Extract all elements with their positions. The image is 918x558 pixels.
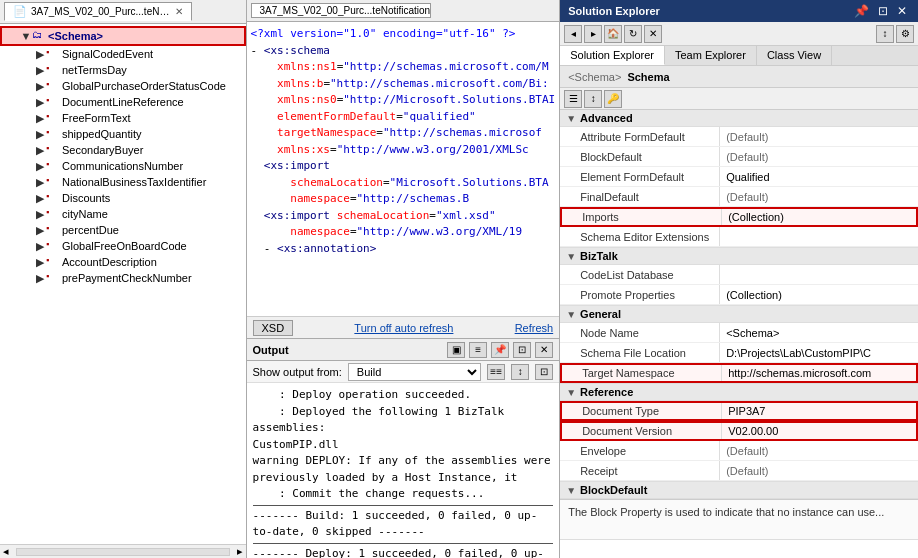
se-sync-btn[interactable]: ↕ [876, 25, 894, 43]
tree-item-nationalbizid[interactable]: ▶ ▪ NationalBusinessTaxIdentifier [0, 174, 246, 190]
output-btn1[interactable]: ▣ [447, 342, 465, 358]
output-format-btn3[interactable]: ⊡ [535, 364, 553, 380]
props-val-receipt: (Default) [720, 461, 918, 480]
section-reference-header[interactable]: ▼ Reference [560, 384, 918, 401]
hscroll-track[interactable] [16, 548, 230, 556]
tree-item-secondarybuyer[interactable]: ▶ ▪ SecondaryBuyer [0, 142, 246, 158]
se-float-btn[interactable]: ⊡ [875, 4, 891, 18]
output-controls: ▣ ≡ 📌 ⊡ ✕ [447, 342, 553, 358]
right-panel: Solution Explorer 📌 ⊡ ✕ ◂ ▸ 🏠 ↻ ✕ ↕ ⚙ So… [560, 0, 918, 558]
output-line-9: : Commit the change requests... [253, 486, 554, 503]
file-tab-close[interactable]: ✕ [175, 6, 183, 17]
file-tab[interactable]: 📄 3A7_MS_V02_00_Purc...teNotification.xs… [4, 2, 192, 21]
section-blockdefault-header[interactable]: ▼ BlockDefault [560, 482, 918, 499]
props-categorize-btn[interactable]: ☰ [564, 90, 582, 108]
props-row-doctype: Document Type PIP3A7 [560, 401, 918, 421]
props-key-nodename: Node Name [560, 323, 720, 342]
xml-editor[interactable]: <?xml version="1.0" encoding="utf-16" ?>… [247, 22, 560, 316]
section-biztalk-header[interactable]: ▼ BizTalk [560, 248, 918, 265]
output-from-select[interactable]: Build [348, 363, 481, 381]
tree-item-discounts[interactable]: ▶ ▪ Discounts [0, 190, 246, 206]
tree-item-schema[interactable]: ▼ 🗂 <Schema> [0, 26, 246, 46]
auto-refresh-link[interactable]: Turn off auto refresh [354, 322, 453, 334]
element-icon3: ▪ [46, 79, 60, 93]
se-home-btn[interactable]: 🏠 [604, 25, 622, 43]
se-stop-btn[interactable]: ✕ [644, 25, 662, 43]
se-tab-solution-explorer[interactable]: Solution Explorer [560, 46, 665, 65]
tree-label-freeformtext: FreeFormText [62, 112, 130, 124]
output-float[interactable]: ⊡ [513, 342, 531, 358]
se-forward-btn[interactable]: ▸ [584, 25, 602, 43]
tree-label-signalcodedevent: SignalCodedEvent [62, 48, 153, 60]
section-blockdefault: ▼ BlockDefault The Block Property is use… [560, 482, 918, 540]
element-icon10: ▪ [46, 191, 60, 205]
se-back-btn[interactable]: ◂ [564, 25, 582, 43]
tree-item-globalstatus[interactable]: ▶ ▪ GlobalPurchaseOrderStatusCode [0, 78, 246, 94]
xml-line-3: xmlns:ns1="http://schemas.microsoft.com/… [251, 59, 556, 76]
tree-item-doclineref[interactable]: ▶ ▪ DocumentLineReference [0, 94, 246, 110]
tree-label-schema: <Schema> [48, 30, 103, 42]
se-tab-team-explorer[interactable]: Team Explorer [665, 46, 757, 65]
tree-label-prepaycheck: prePaymentCheckNumber [62, 272, 192, 284]
se-refresh-btn[interactable]: ↻ [624, 25, 642, 43]
tree-item-shippedqty[interactable]: ▶ ▪ shippedQuantity [0, 126, 246, 142]
se-title-label: Solution Explorer [568, 5, 660, 17]
section-biztalk: ▼ BizTalk CodeList Database Promote Prop… [560, 248, 918, 306]
output-btn2[interactable]: ≡ [469, 342, 487, 358]
tree-item-nettermsday[interactable]: ▶ ▪ netTermsDay [0, 62, 246, 78]
section-advanced-label: Advanced [580, 112, 633, 124]
output-close[interactable]: ✕ [535, 342, 553, 358]
props-row-docversion: Document Version V02.00.00 [560, 421, 918, 441]
se-toolbar: ◂ ▸ 🏠 ↻ ✕ ↕ ⚙ [560, 22, 918, 46]
output-from-row: Show output from: Build ≡≡ ↕ ⊡ [247, 361, 560, 383]
tree-item-commnum[interactable]: ▶ ▪ CommunicationsNumber [0, 158, 246, 174]
props-val-finaldefault: (Default) [720, 187, 918, 206]
output-pin[interactable]: 📌 [491, 342, 509, 358]
props-val-promoteprops: (Collection) [720, 285, 918, 304]
output-div2 [253, 543, 554, 544]
refresh-link[interactable]: Refresh [515, 322, 554, 334]
tree-item-signalcodedevent[interactable]: ▶ ▪ SignalCodedEvent [0, 46, 246, 62]
left-tab-bar: 📄 3A7_MS_V02_00_Purc...teNotification.xs… [0, 0, 246, 24]
hscroll-left[interactable]: ◂ [0, 545, 12, 558]
props-key-btn[interactable]: 🔑 [604, 90, 622, 108]
output-from-label: Show output from: [253, 366, 342, 378]
tree-item-percentdue[interactable]: ▶ ▪ percentDue [0, 222, 246, 238]
props-sort-btn[interactable]: ↕ [584, 90, 602, 108]
tree-item-freeformtext[interactable]: ▶ ▪ FreeFormText [0, 110, 246, 126]
props-row-promoteprops: Promote Properties (Collection) [560, 285, 918, 305]
se-pin-btn[interactable]: 📌 [851, 4, 872, 18]
props-key-doctype: Document Type [562, 403, 722, 419]
tree-label-secondarybuyer: SecondaryBuyer [62, 144, 143, 156]
props-key-attrformdefault: Attribute FormDefault [560, 127, 720, 146]
props-val-attrformdefault: (Default) [720, 127, 918, 146]
hscroll-right[interactable]: ▸ [234, 545, 246, 558]
tree-item-globalfob[interactable]: ▶ ▪ GlobalFreeOnBoardCode [0, 238, 246, 254]
output-format-btn2[interactable]: ↕ [511, 364, 529, 380]
se-close-btn[interactable]: ✕ [894, 4, 910, 18]
editor-tab[interactable]: 3A7_MS_V02_00_Purc...teNotification.xsd … [251, 3, 431, 18]
tree-item-cityname[interactable]: ▶ ▪ cityName [0, 206, 246, 222]
element-icon14: ▪ [46, 255, 60, 269]
section-advanced-header[interactable]: ▼ Advanced [560, 110, 918, 127]
xml-line-2: - <xs:schema [251, 43, 556, 60]
tree-item-accountdesc[interactable]: ▶ ▪ AccountDescription [0, 254, 246, 270]
se-tab-team-explorer-label: Team Explorer [675, 49, 746, 61]
tree-item-prepaycheck[interactable]: ▶ ▪ prePaymentCheckNumber [0, 270, 246, 286]
se-tab-solution-explorer-label: Solution Explorer [570, 49, 654, 61]
props-row-schemafileloc: Schema File Location D:\Projects\Lab\Cus… [560, 343, 918, 363]
tree-hscroll[interactable]: ◂ ▸ [0, 544, 246, 558]
props-key-imports: Imports [562, 209, 722, 225]
output-content[interactable]: : Deploy operation succeeded. : Deployed… [247, 383, 560, 558]
props-key-targetns: Target Namespace [562, 365, 722, 381]
output-format-btn1[interactable]: ≡≡ [487, 364, 505, 380]
section-general-header[interactable]: ▼ General [560, 306, 918, 323]
xml-line-8: xmlns:xs="http://www.w3.org/2001/XMLSc [251, 142, 556, 159]
props-val-blockdefault: (Default) [720, 147, 918, 166]
se-tab-class-view[interactable]: Class View [757, 46, 832, 65]
props-row-receipt: Receipt (Default) [560, 461, 918, 481]
xsd-button[interactable]: XSD [253, 320, 294, 336]
props-row-blockdefault: BlockDefault (Default) [560, 147, 918, 167]
se-prop-btn[interactable]: ⚙ [896, 25, 914, 43]
section-blockdefault-label: BlockDefault [580, 484, 647, 496]
